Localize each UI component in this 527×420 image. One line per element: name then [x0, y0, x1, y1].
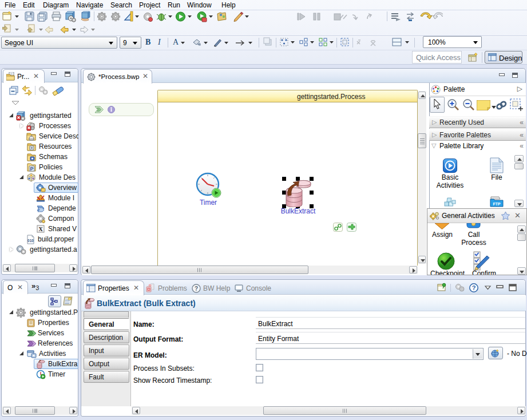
svg-text:X: X — [38, 226, 43, 232]
svg-text:?: ? — [195, 286, 198, 292]
svg-text:FTP: FTP — [493, 202, 501, 206]
svg-text:P: P — [30, 166, 33, 172]
svg-text:010: 010 — [27, 239, 34, 243]
svg-text:?: ? — [472, 284, 476, 291]
